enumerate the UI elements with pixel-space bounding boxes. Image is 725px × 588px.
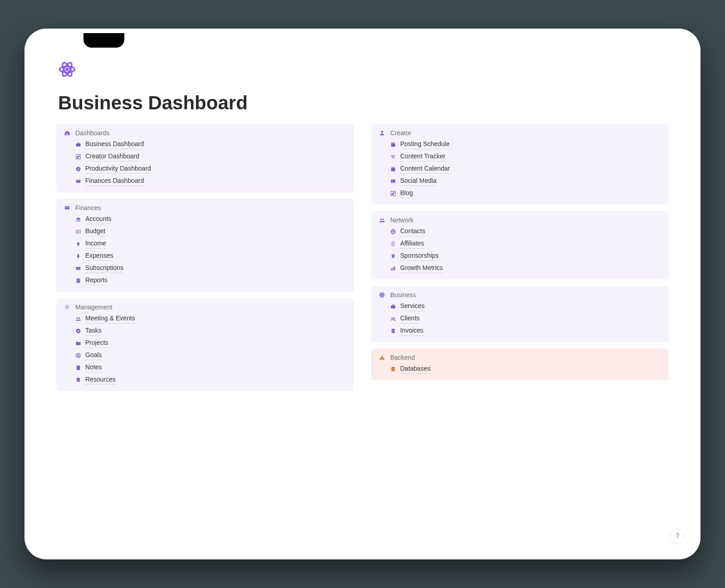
bookmark-icon <box>74 376 82 383</box>
section-header: Creator <box>378 129 661 137</box>
arrow-up-icon <box>74 240 82 247</box>
nav-item-label: Budget <box>85 226 105 236</box>
nav-item-creator-2[interactable]: Content Calendar <box>389 164 661 174</box>
nav-item-label: Notes <box>85 363 102 372</box>
section-title: Dashboards <box>75 129 110 137</box>
nav-item-label: Projects <box>85 338 108 348</box>
section-backend: BackendDatabases <box>371 348 669 380</box>
nav-item-network-1[interactable]: Affiliates <box>389 239 661 249</box>
nav-item-label: Tasks <box>85 326 102 336</box>
section-network: NetworkContactsAffiliatesSponsorshipsGro… <box>371 211 669 279</box>
section-business: BusinessServicesClientsInvoices <box>371 286 669 342</box>
warning-icon <box>378 354 386 361</box>
section-dashboards: DashboardsBusiness DashboardCreator Dash… <box>56 124 354 192</box>
page-title: Business Dashboard <box>58 92 669 114</box>
nav-item-finances-5[interactable]: Reports <box>74 275 347 285</box>
check-circle-icon <box>74 165 82 172</box>
page: Business Dashboard DashboardsBusiness Da… <box>56 60 669 541</box>
receipt-icon <box>389 327 397 334</box>
section-items: Databases <box>378 364 661 374</box>
section-items: ServicesClientsInvoices <box>378 301 661 336</box>
folder-icon <box>74 339 82 347</box>
nav-item-business-1[interactable]: Clients <box>389 314 661 323</box>
nav-item-label: Social Media <box>400 176 436 186</box>
nav-item-label: Goals <box>85 350 102 360</box>
columns: DashboardsBusiness DashboardCreator Dash… <box>56 124 669 391</box>
nav-item-finances-2[interactable]: Income <box>74 239 347 249</box>
list-filter-icon <box>389 153 397 160</box>
nav-item-finances-1[interactable]: Budget <box>74 226 347 236</box>
nav-item-label: Accounts <box>85 214 112 224</box>
nav-item-label: Databases <box>400 364 431 374</box>
nav-item-network-2[interactable]: Sponsorships <box>389 251 661 261</box>
section-header: Business <box>378 291 661 299</box>
members-icon <box>389 315 397 322</box>
nav-item-network-3[interactable]: Growth Metrics <box>389 263 661 273</box>
link-icon <box>389 240 397 247</box>
section-finances: FinancesAccountsBudgetIncomeExpensesSubs… <box>56 199 354 292</box>
device-notch <box>83 33 124 48</box>
section-items: ContactsAffiliatesSponsorshipsGrowth Met… <box>378 226 661 273</box>
atom-logo-icon <box>58 60 76 78</box>
nav-item-label: Reports <box>85 275 108 285</box>
nav-item-finances-4[interactable]: Subscriptions <box>74 263 347 273</box>
section-items: AccountsBudgetIncomeExpensesSubscription… <box>64 214 347 285</box>
badge-icon <box>389 252 397 260</box>
nav-item-management-1[interactable]: Tasks <box>74 326 347 336</box>
nav-item-network-0[interactable]: Contacts <box>389 226 661 236</box>
nav-item-finances-0[interactable]: Accounts <box>74 214 347 224</box>
device-frame: Business Dashboard DashboardsBusiness Da… <box>24 29 701 559</box>
nav-item-creator-4[interactable]: Blog <box>389 188 661 198</box>
compose-icon <box>74 153 82 160</box>
target-icon <box>74 352 82 359</box>
card-icon <box>64 204 71 211</box>
nav-item-label: Posting Schedule <box>400 139 450 149</box>
section-title: Finances <box>75 204 101 211</box>
right-column: CreatorPosting ScheduleContent TrackerCo… <box>371 124 669 391</box>
nav-item-management-2[interactable]: Projects <box>74 338 347 348</box>
people-icon <box>378 216 386 224</box>
nav-item-management-3[interactable]: Goals <box>74 350 347 360</box>
nav-item-label: Subscriptions <box>85 263 123 273</box>
bank-icon <box>74 216 82 223</box>
nav-item-label: Productivity Dashboard <box>85 164 151 174</box>
section-title: Backend <box>390 354 415 361</box>
compose-icon <box>389 190 397 197</box>
person-icon <box>378 129 386 137</box>
nav-item-management-0[interactable]: Meeting & Events <box>74 314 347 323</box>
nav-item-creator-3[interactable]: Social Media <box>389 176 661 186</box>
nav-item-creator-0[interactable]: Posting Schedule <box>389 139 661 149</box>
section-management: ManagementMeeting & EventsTasksProjectsG… <box>56 298 354 391</box>
nav-item-dashboards-3[interactable]: Finances Dashboard <box>74 176 347 186</box>
people-icon <box>74 315 82 322</box>
left-column: DashboardsBusiness DashboardCreator Dash… <box>56 124 354 391</box>
help-button[interactable]: ? <box>670 529 685 544</box>
nav-item-label: Business Dashboard <box>85 139 144 149</box>
section-items: Meeting & EventsTasksProjectsGoalsNotesR… <box>64 314 347 385</box>
nav-item-dashboards-2[interactable]: Productivity Dashboard <box>74 164 347 174</box>
nav-item-management-4[interactable]: Notes <box>74 363 347 372</box>
nav-item-backend-0[interactable]: Databases <box>389 364 661 374</box>
nav-item-creator-1[interactable]: Content Tracker <box>389 152 661 162</box>
nav-item-label: Blog <box>400 188 413 198</box>
nav-item-management-5[interactable]: Resources <box>74 375 347 385</box>
document-icon <box>74 277 82 284</box>
section-title: Business <box>390 291 416 299</box>
section-header: Management <box>64 304 347 311</box>
section-header: Backend <box>378 354 661 361</box>
calendar-icon <box>389 165 397 172</box>
nav-item-label: Invoices <box>400 326 423 336</box>
gear-icon <box>64 304 71 311</box>
nav-item-business-2[interactable]: Invoices <box>389 326 661 336</box>
nav-item-business-0[interactable]: Services <box>389 301 661 311</box>
nav-item-label: Creator Dashboard <box>85 152 139 162</box>
briefcase-icon <box>74 141 82 148</box>
section-title: Network <box>390 216 413 224</box>
money-icon <box>74 228 82 235</box>
nav-item-dashboards-0[interactable]: Business Dashboard <box>74 139 347 149</box>
nav-item-finances-3[interactable]: Expenses <box>74 251 347 261</box>
nav-item-dashboards-1[interactable]: Creator Dashboard <box>74 152 347 162</box>
nav-item-label: Sponsorships <box>400 251 439 261</box>
section-title: Creator <box>390 129 411 137</box>
atom-icon <box>378 291 386 299</box>
